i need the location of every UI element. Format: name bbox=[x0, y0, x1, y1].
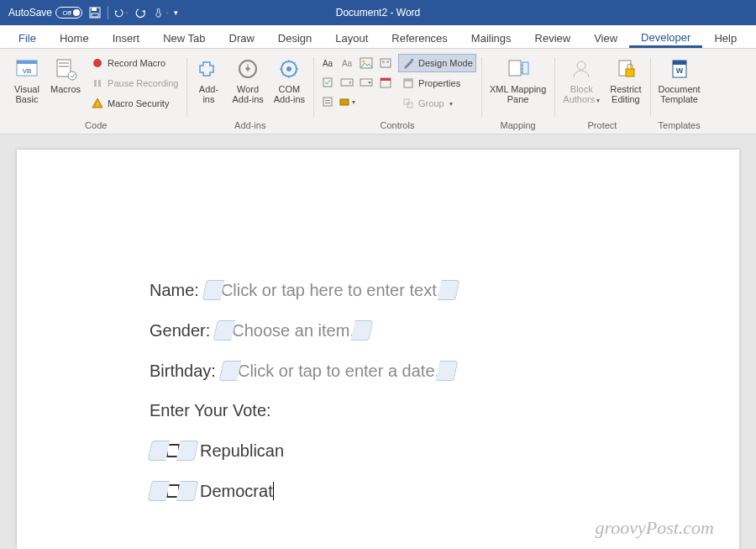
building-block-control-icon[interactable] bbox=[376, 54, 395, 72]
qat-customize[interactable]: ▾ bbox=[174, 8, 178, 17]
cc-handle-icon[interactable] bbox=[147, 481, 170, 501]
svg-rect-38 bbox=[522, 62, 528, 74]
tab-help[interactable]: Help bbox=[702, 29, 748, 48]
vote-heading: Enter Your Vote: bbox=[150, 401, 606, 420]
svg-rect-43 bbox=[673, 61, 686, 65]
svg-point-39 bbox=[577, 61, 585, 70]
properties-button[interactable]: Properties bbox=[398, 74, 476, 92]
group-controls: Aa Aa Design Mode bbox=[313, 50, 481, 134]
autosave-toggle[interactable]: AutoSave Off bbox=[8, 7, 82, 18]
svg-rect-34 bbox=[404, 79, 412, 82]
group-label-addins: Add-ins bbox=[234, 119, 265, 134]
cc-handle-icon[interactable] bbox=[350, 320, 373, 340]
picture-control-icon[interactable] bbox=[357, 54, 375, 72]
tab-file[interactable]: File bbox=[7, 29, 48, 48]
group-label-mapping: Mapping bbox=[501, 119, 536, 134]
tab-insert[interactable]: Insert bbox=[101, 29, 152, 48]
xml-mapping-icon bbox=[505, 55, 532, 82]
tab-review[interactable]: Review bbox=[523, 29, 583, 48]
com-addins-icon bbox=[276, 55, 302, 82]
dropdown-control-icon[interactable] bbox=[357, 73, 375, 92]
restrict-editing-icon bbox=[612, 55, 639, 82]
cc-handle-icon[interactable] bbox=[176, 441, 198, 461]
option1-label: Republican bbox=[200, 441, 284, 461]
gender-content-control[interactable]: Choose an item. bbox=[215, 320, 371, 340]
gender-placeholder[interactable]: Choose an item. bbox=[230, 321, 356, 340]
birthday-content-control[interactable]: Click or tap to enter a date. bbox=[221, 361, 456, 381]
tab-references[interactable]: References bbox=[380, 29, 459, 48]
datepicker-control-icon[interactable] bbox=[376, 73, 395, 92]
repeating-control-icon[interactable] bbox=[318, 92, 337, 111]
addins-button[interactable]: Add- ins bbox=[192, 54, 225, 106]
svg-rect-36 bbox=[407, 103, 412, 108]
tab-view[interactable]: View bbox=[582, 29, 629, 48]
legacy-tools-icon[interactable] bbox=[338, 92, 356, 111]
touch-mode-button[interactable] bbox=[154, 5, 169, 20]
restrict-editing-button[interactable]: Restrict Editing bbox=[606, 54, 644, 106]
svg-rect-41 bbox=[626, 69, 634, 77]
tab-newtab[interactable]: New Tab bbox=[151, 29, 217, 48]
svg-text:VB: VB bbox=[23, 67, 32, 75]
undo-button[interactable] bbox=[113, 5, 129, 20]
document-template-button[interactable]: W Document Template bbox=[655, 54, 704, 106]
tab-design[interactable]: Design bbox=[266, 29, 323, 48]
name-placeholder[interactable]: Click or tap here to enter text. bbox=[219, 281, 443, 300]
tab-draw[interactable]: Draw bbox=[218, 29, 266, 48]
document-page[interactable]: Name: Click or tap here to enter text. G… bbox=[17, 150, 739, 549]
record-macro-button[interactable]: Record Macro bbox=[87, 54, 181, 72]
svg-rect-8 bbox=[59, 66, 69, 67]
rich-text-control-icon[interactable]: Aa bbox=[318, 54, 337, 72]
xml-mapping-button[interactable]: XML Mapping Pane bbox=[486, 54, 549, 106]
redo-button[interactable] bbox=[134, 5, 149, 20]
combobox-control-icon[interactable] bbox=[338, 73, 356, 92]
birthday-field-row: Birthday: Click or tap to enter a date. bbox=[150, 361, 606, 381]
birthday-placeholder[interactable]: Click or tap to enter a date. bbox=[236, 362, 441, 381]
group-label-code: Code bbox=[85, 119, 107, 134]
visual-basic-button[interactable]: VB Visual Basic bbox=[10, 54, 44, 106]
svg-rect-22 bbox=[386, 61, 389, 63]
ribbon: VB Visual Basic Macros Record Macro Paus… bbox=[0, 49, 756, 135]
tab-mailings[interactable]: Mailings bbox=[459, 29, 523, 48]
svg-text:!: ! bbox=[97, 101, 98, 108]
block-authors-icon bbox=[568, 55, 595, 82]
svg-point-19 bbox=[363, 61, 365, 63]
svg-rect-37 bbox=[509, 61, 521, 76]
svg-rect-11 bbox=[94, 80, 97, 87]
vote-option-1: Republican bbox=[150, 441, 606, 461]
name-label: Name: bbox=[150, 281, 199, 300]
tab-layout[interactable]: Layout bbox=[323, 29, 380, 48]
svg-rect-28 bbox=[323, 98, 332, 106]
name-field-row: Name: Click or tap here to enter text. bbox=[150, 280, 606, 300]
design-mode-button[interactable]: Design Mode bbox=[398, 54, 476, 72]
group-label-protect: Protect bbox=[588, 119, 617, 134]
plain-text-control-icon[interactable]: Aa bbox=[338, 54, 356, 72]
tab-home[interactable]: Home bbox=[48, 29, 101, 48]
design-mode-icon bbox=[402, 56, 415, 70]
group-label-controls: Controls bbox=[380, 119, 414, 134]
name-content-control[interactable]: Click or tap here to enter text. bbox=[204, 280, 458, 300]
checkbox-content-control-2[interactable] bbox=[150, 481, 197, 501]
checkbox-content-control-1[interactable] bbox=[150, 441, 197, 461]
tab-developer[interactable]: Developer bbox=[629, 28, 702, 48]
group-button[interactable]: Group bbox=[398, 94, 476, 113]
com-addins-button[interactable]: COM Add-ins bbox=[270, 54, 308, 106]
cc-handle-icon[interactable] bbox=[176, 481, 198, 501]
pause-recording-button: Pause Recording bbox=[87, 74, 181, 92]
checkbox-control-icon[interactable] bbox=[318, 73, 337, 92]
macro-security-button[interactable]: ! Macro Security bbox=[87, 94, 181, 113]
vote-option-2: Democrat bbox=[150, 481, 606, 501]
properties-icon bbox=[402, 77, 415, 90]
svg-rect-2 bbox=[92, 13, 98, 17]
birthday-label: Birthday: bbox=[150, 362, 216, 381]
cc-handle-icon[interactable] bbox=[438, 280, 460, 300]
pause-icon bbox=[91, 77, 104, 90]
security-icon: ! bbox=[91, 97, 104, 110]
word-addins-button[interactable]: Word Add-ins bbox=[228, 54, 266, 106]
cc-handle-icon[interactable] bbox=[436, 361, 459, 381]
macros-button[interactable]: Macros bbox=[47, 54, 84, 96]
svg-rect-32 bbox=[411, 59, 413, 61]
block-authors-button[interactable]: Block Authors bbox=[559, 54, 603, 107]
svg-text:W: W bbox=[675, 66, 683, 75]
save-icon[interactable] bbox=[87, 5, 102, 20]
cc-handle-icon[interactable] bbox=[147, 441, 170, 461]
